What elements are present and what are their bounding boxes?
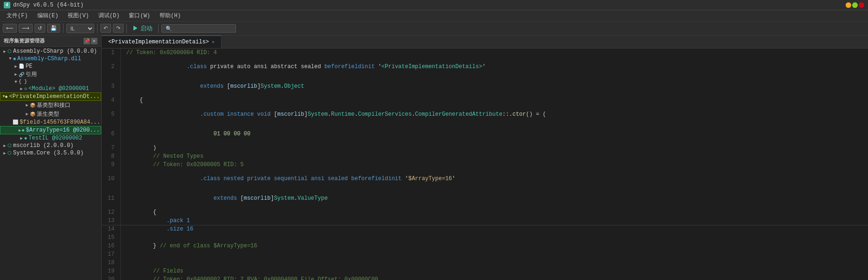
- code-content[interactable]: .class nested private sequential ansi se…: [120, 169, 868, 189]
- tree-item-derived[interactable]: ▶ 📦 派生类型: [0, 110, 101, 119]
- run-button[interactable]: ▶ 启动: [130, 23, 155, 34]
- code-content[interactable]: {: [120, 208, 868, 217]
- code-line-1: 1 // Token: 0x02000004 RID: 4: [102, 49, 868, 57]
- code-content[interactable]: 01 00 00 00: [120, 124, 868, 144]
- testil-icon: ◆: [24, 135, 27, 141]
- code-content[interactable]: .size 16: [120, 225, 868, 233]
- panel-header-buttons: 📌 ✕: [83, 38, 97, 44]
- code-content[interactable]: extends [mscorlib]System.Object: [120, 77, 868, 96]
- code-content[interactable]: .custom instance void [mscorlib]System.R…: [120, 105, 868, 124]
- minimize-button[interactable]: [846, 2, 851, 8]
- tree-arrow: ▶: [24, 103, 30, 108]
- line-number: 20: [102, 275, 120, 280]
- line-number: 7: [102, 144, 120, 152]
- search-input[interactable]: [161, 24, 236, 33]
- code-content[interactable]: // Token: 0x02000005 RID: 5: [120, 161, 868, 169]
- toolbar-redo[interactable]: ↷: [113, 24, 124, 33]
- ref-icon: 🔗: [19, 72, 24, 77]
- separator-1: [63, 24, 63, 33]
- code-line-2: 2 .class private auto ansi abstract seal…: [102, 57, 868, 77]
- line-number: 3: [102, 77, 120, 96]
- code-line-11: 11 extends [mscorlib]System.ValueType: [102, 189, 868, 208]
- tree-item-arraytype[interactable]: ▶ ◆ $ArrayType=16 @0200...: [0, 126, 101, 134]
- namespace-icon: { }: [19, 79, 27, 84]
- code-content[interactable]: {: [120, 96, 868, 105]
- menu-debug[interactable]: 调试(D): [94, 10, 125, 21]
- tree-arrow: ▶: [13, 72, 19, 77]
- line-number: 9: [102, 161, 120, 169]
- tab-private-impl[interactable]: <PrivateImplementationDetails> ✕: [102, 35, 222, 48]
- code-content[interactable]: [120, 233, 868, 242]
- line-number: 11: [102, 189, 120, 208]
- code-content[interactable]: // Token: 0x04000002 RID: 2 RVA: 0x00004…: [120, 275, 868, 280]
- code-content[interactable]: extends [mscorlib]System.ValueType: [120, 189, 868, 208]
- toolbar-back[interactable]: ⟵: [3, 24, 17, 33]
- toolbar-forward[interactable]: ⟶: [19, 24, 33, 33]
- menu-view[interactable]: 视图(V): [63, 10, 94, 21]
- tree-item-private-impl[interactable]: ▼ ◆ <PrivateImplementationDt...: [0, 92, 101, 101]
- tree-arrow: ▶: [19, 86, 24, 91]
- code-area[interactable]: 1 // Token: 0x02000004 RID: 4 2 .class p…: [102, 49, 868, 280]
- separator-3: [126, 24, 127, 33]
- menu-bar: 文件(F) 编辑(E) 视图(V) 调试(D) 窗口(W) 帮助(H): [0, 10, 868, 21]
- tree-item-base-types[interactable]: ▶ 📦 基类型和接口: [0, 101, 101, 110]
- tree-item-mscorlib[interactable]: ▶ ⬡ mscorlib (2.0.0.0): [0, 142, 101, 149]
- tree-item-pe[interactable]: ▶ 📄 PE: [0, 63, 101, 70]
- separator-2: [97, 24, 97, 33]
- toolbar-undo[interactable]: ↶: [100, 24, 111, 33]
- code-content[interactable]: .pack 1: [120, 217, 868, 225]
- pe-icon: 📄: [19, 63, 24, 69]
- menu-edit[interactable]: 编辑(E): [33, 10, 63, 21]
- toolbar-refresh[interactable]: ↺: [35, 24, 45, 33]
- tree-label-mscorlib: mscorlib (2.0.0.0): [13, 142, 74, 149]
- module-icon: ◇: [24, 86, 27, 91]
- tree-item-field1456[interactable]: ⬜ $field-1456763F890A84...: [0, 119, 101, 126]
- main-layout: 程序集资源管理器 📌 ✕ ▶ ⬡ Assembly-CSharp (0.0.0.…: [0, 35, 868, 280]
- line-number: 18: [102, 259, 120, 267]
- maximize-button[interactable]: [852, 2, 858, 8]
- tree-item-module[interactable]: ▶ ◇ <Module> @02000001: [0, 85, 101, 92]
- toolbar-save[interactable]: 💾: [47, 24, 60, 33]
- line-number: 5: [102, 105, 120, 124]
- code-content[interactable]: [120, 259, 868, 267]
- tree-item-testil[interactable]: ▶ ◆ TestIL @02000002: [0, 134, 101, 142]
- menu-help[interactable]: 帮助(H): [155, 10, 186, 21]
- line-number: 19: [102, 267, 120, 275]
- code-line-13: 13 .pack 1: [102, 217, 868, 225]
- code-content[interactable]: .class private auto ansi abstract sealed…: [120, 57, 868, 77]
- tab-bar: <PrivateImplementationDetails> ✕: [102, 35, 868, 49]
- code-content[interactable]: } // end of class $ArrayType=16: [120, 242, 868, 250]
- code-line-8: 8 // Nested Types: [102, 152, 868, 161]
- code-content[interactable]: // Nested Types: [120, 152, 868, 161]
- tree-arrow: ▶: [18, 128, 21, 133]
- menu-window[interactable]: 窗口(W): [124, 10, 155, 21]
- tree-label-derived: 派生类型: [37, 110, 59, 118]
- line-number: 15: [102, 233, 120, 242]
- line-number: 2: [102, 57, 120, 77]
- menu-file[interactable]: 文件(F): [2, 10, 33, 21]
- title-text: dnSpy v6.0.5 (64-bit): [13, 2, 83, 8]
- tree-item-braces[interactable]: ▼ { }: [0, 79, 101, 85]
- close-button[interactable]: [859, 2, 864, 8]
- tree-item-assembly-csharp[interactable]: ▶ ⬡ Assembly-CSharp (0.0.0.0): [0, 48, 101, 55]
- language-select[interactable]: IL C#: [66, 24, 94, 33]
- panel-close-button[interactable]: ✕: [91, 38, 97, 44]
- code-line-16: 16 } // end of class $ArrayType=16: [102, 242, 868, 250]
- separator-4: [158, 24, 159, 33]
- code-line-9: 9 // Token: 0x02000005 RID: 5: [102, 161, 868, 169]
- line-number: 4: [102, 96, 120, 105]
- code-line-17: 17: [102, 250, 868, 259]
- tree-item-assembly-dll[interactable]: ▼ ■ Assembly-CSharp.dll: [0, 55, 101, 63]
- tree-item-systemcore[interactable]: ▶ ⬡ System.Core (3.5.0.0): [0, 149, 101, 157]
- tab-close-button[interactable]: ✕: [212, 39, 215, 45]
- tree-arrow: ▶: [2, 49, 7, 54]
- code-content[interactable]: // Fields: [120, 267, 868, 275]
- code-content[interactable]: // Token: 0x02000004 RID: 4: [120, 49, 868, 57]
- code-content[interactable]: ): [120, 144, 868, 152]
- code-content[interactable]: [120, 250, 868, 259]
- tree-arrow: ▼: [13, 80, 19, 84]
- panel-pin-button[interactable]: 📌: [83, 38, 90, 44]
- tree-item-ref[interactable]: ▶ 🔗 引用: [0, 70, 101, 79]
- tree-label-module: <Module> @02000001: [28, 85, 89, 92]
- tree-arrow: ▶: [24, 112, 30, 117]
